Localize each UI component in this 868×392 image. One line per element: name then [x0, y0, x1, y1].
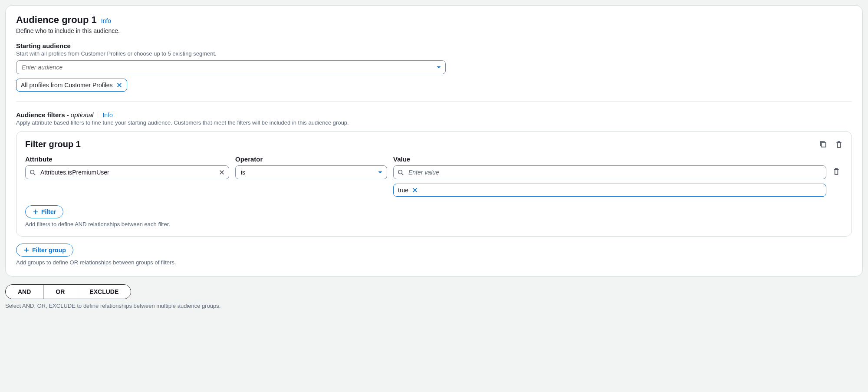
filter-row: Attribute Operator is: [25, 155, 843, 197]
operator-select[interactable]: is: [235, 165, 387, 179]
value-label: Value: [393, 155, 826, 163]
svg-rect-0: [822, 142, 826, 147]
filter-group-panel: Filter group 1 Attribute: [16, 131, 852, 237]
starting-audience-section: Starting audience Start with all profile…: [16, 42, 852, 92]
relationship-hint: Select AND, OR, EXCLUDE to define relati…: [5, 303, 863, 309]
row-actions: [832, 155, 843, 175]
page-title: Audience group 1: [16, 14, 97, 26]
relationship-segmented-control: AND OR EXCLUDE: [5, 284, 131, 299]
value-input[interactable]: [393, 165, 826, 179]
add-filter-block: Filter Add filters to define AND relatio…: [25, 205, 843, 227]
filter-group-actions: [819, 141, 843, 148]
close-icon[interactable]: [116, 82, 122, 88]
audience-filters-hint: Apply attribute based filters to fine tu…: [16, 119, 852, 126]
operator-value[interactable]: is: [235, 165, 387, 179]
attribute-input[interactable]: [25, 165, 229, 179]
relationship-exclude-button[interactable]: EXCLUDE: [77, 285, 131, 299]
audience-group-panel: Audience group 1 Info Define who to incl…: [5, 5, 863, 277]
filter-group-header: Filter group 1: [25, 139, 843, 149]
separator: [98, 112, 98, 118]
copy-icon[interactable]: [819, 141, 827, 148]
audience-filters-header: Audience filters - optional Info: [16, 111, 852, 119]
attribute-label: Attribute: [25, 155, 229, 163]
value-input-wrapper: [393, 165, 826, 179]
add-filter-group-block: Filter group Add groups to define OR rel…: [16, 244, 852, 266]
operator-column: Operator is: [235, 155, 387, 179]
attribute-column: Attribute: [25, 155, 229, 179]
starting-audience-label: Starting audience: [16, 42, 852, 49]
starting-audience-hint: Start with all profiles from Customer Pr…: [16, 50, 852, 57]
starting-audience-input[interactable]: [16, 60, 446, 74]
divider: [16, 101, 852, 102]
attribute-input-wrapper: [25, 165, 229, 179]
trash-icon[interactable]: [832, 168, 843, 175]
filters-info-link[interactable]: Info: [102, 112, 112, 119]
value-token: true: [393, 184, 826, 197]
plus-icon: [33, 209, 39, 215]
add-filter-group-hint: Add groups to define OR relationships be…: [16, 259, 852, 266]
relationship-block: AND OR EXCLUDE Select AND, OR, EXCLUDE t…: [5, 284, 863, 309]
add-filter-group-button[interactable]: Filter group: [16, 244, 73, 257]
clear-icon[interactable]: [219, 169, 225, 175]
plus-icon: [23, 247, 30, 253]
add-filter-button[interactable]: Filter: [25, 205, 63, 218]
relationship-and-button[interactable]: AND: [6, 285, 43, 299]
relationship-or-button[interactable]: OR: [43, 285, 77, 299]
add-filter-label: Filter: [41, 208, 56, 215]
audience-filters-section: Audience filters - optional Info Apply a…: [16, 111, 852, 266]
starting-audience-select[interactable]: [16, 60, 446, 74]
panel-header: Audience group 1 Info: [16, 14, 852, 26]
add-filter-group-label: Filter group: [32, 247, 66, 254]
info-link[interactable]: Info: [101, 17, 111, 24]
panel-subheading: Define who to include in this audience.: [16, 27, 852, 34]
close-icon[interactable]: [412, 187, 418, 193]
audience-token: All profiles from Customer Profiles: [16, 79, 127, 92]
value-column: Value true: [393, 155, 826, 197]
value-token-label: true: [398, 187, 408, 194]
audience-filters-label: Audience filters - optional: [16, 111, 93, 119]
filter-group-title: Filter group 1: [25, 139, 81, 149]
operator-label: Operator: [235, 155, 387, 163]
add-filter-hint: Add filters to define AND relationships …: [25, 221, 843, 227]
trash-icon[interactable]: [835, 141, 843, 148]
audience-token-label: All profiles from Customer Profiles: [21, 82, 113, 89]
